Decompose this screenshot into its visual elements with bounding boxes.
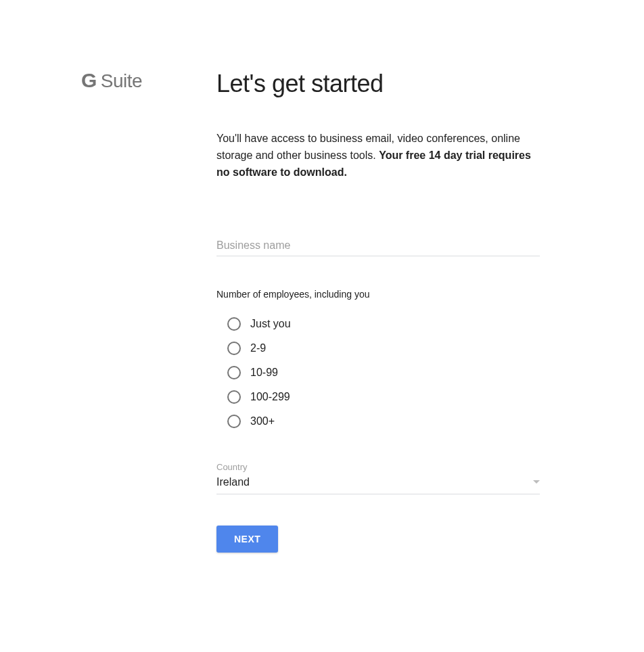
radio-label: 300+ (250, 415, 275, 427)
radio-just-you[interactable]: Just you (227, 317, 540, 331)
radio-icon (227, 390, 241, 404)
radio-icon (227, 342, 241, 355)
country-label: Country (216, 462, 540, 472)
next-button[interactable]: NEXT (216, 526, 278, 553)
radio-icon (227, 415, 241, 428)
business-name-field[interactable] (216, 235, 540, 256)
radio-300-plus[interactable]: 300+ (227, 415, 540, 428)
employees-group: Number of employees, including you Just … (216, 289, 540, 428)
country-field: Country Ireland (216, 462, 540, 494)
employees-label: Number of employees, including you (216, 289, 540, 300)
radio-label: 10-99 (250, 367, 278, 379)
radio-100-299[interactable]: 100-299 (227, 390, 540, 404)
page-title: Let's get started (216, 69, 540, 98)
country-select[interactable]: Ireland (216, 476, 540, 494)
intro-text: You'll have access to business email, vi… (216, 131, 540, 181)
chevron-down-icon (533, 480, 540, 484)
business-name-input[interactable] (216, 235, 540, 256)
gsuite-logo: G Suite (81, 69, 216, 92)
country-value: Ireland (216, 476, 250, 488)
logo-suite: Suite (101, 70, 142, 92)
radio-2-9[interactable]: 2-9 (227, 342, 540, 355)
radio-icon (227, 366, 241, 379)
radio-label: 2-9 (250, 342, 266, 354)
radio-10-99[interactable]: 10-99 (227, 366, 540, 379)
radio-label: 100-299 (250, 391, 290, 403)
radio-label: Just you (250, 318, 291, 330)
radio-icon (227, 317, 241, 331)
logo-g: G (81, 69, 97, 92)
